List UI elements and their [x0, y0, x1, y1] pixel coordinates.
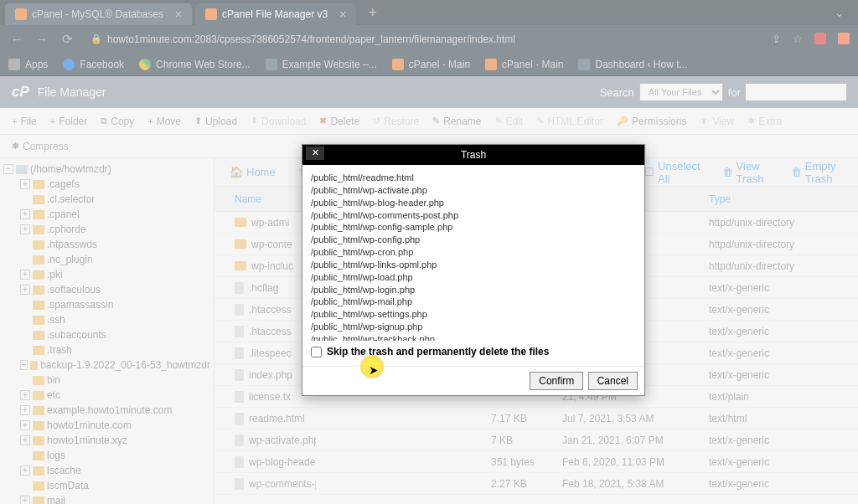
trash-file-path: /public_html/wp-comments-post.php	[311, 209, 636, 222]
trash-file-path: /public_html/wp-config-sample.php	[311, 221, 636, 234]
trash-file-path: /public_html/wp-login.php	[311, 284, 636, 296]
trash-file-path: /public_html/wp-config.php	[311, 234, 636, 246]
trash-file-path: /public_html/wp-load.php	[311, 271, 636, 284]
trash-file-path: /public_html/wp-cron.php	[311, 246, 636, 259]
cancel-button[interactable]: Cancel	[588, 372, 638, 390]
trash-file-path: /public_html/readme.html	[311, 172, 636, 184]
dialog-title: Trash	[461, 149, 486, 161]
dialog-titlebar: ✕ Trash	[302, 145, 644, 165]
trash-file-list: /public_html/readme.html/public_html/wp-…	[311, 172, 636, 341]
close-icon[interactable]: ✕	[306, 147, 324, 160]
trash-file-path: /public_html/wp-signup.php	[311, 321, 636, 333]
skip-trash-checkbox[interactable]	[311, 347, 322, 357]
trash-file-path: /public_html/wp-blog-header.php	[311, 197, 636, 209]
trash-file-path: /public_html/wp-links-opml.php	[311, 259, 636, 271]
trash-file-path: /public_html/wp-activate.php	[311, 184, 636, 197]
trash-dialog: ✕ Trash /public_html/readme.html/public_…	[302, 144, 645, 396]
trash-file-path: /public_html/wp-trackback.php	[311, 333, 636, 341]
trash-file-path: /public_html/wp-settings.php	[311, 308, 636, 321]
trash-file-path: /public_html/wp-mail.php	[311, 296, 636, 308]
confirm-button[interactable]: Confirm	[530, 372, 583, 390]
skip-trash-label: Skip the trash and permanently delete th…	[327, 346, 549, 357]
